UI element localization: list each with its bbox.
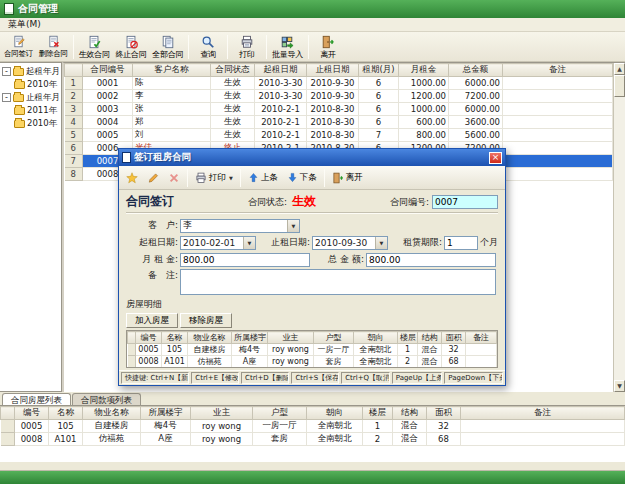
contract-status-group: 合同状态: 生效 xyxy=(248,193,316,210)
tree-node-rent-start-year[interactable]: - 起租年月 xyxy=(0,65,61,78)
total-amount-field[interactable] xyxy=(366,253,496,267)
column-header[interactable]: 客户名称 xyxy=(133,64,211,77)
column-header[interactable]: 租期(月) xyxy=(359,64,399,77)
scrollbar-thumb[interactable] xyxy=(614,75,625,97)
table-row[interactable]: 0005105自建楼房梅4号roy wong一房一厅全南朝北1混合32 xyxy=(128,344,497,356)
dialog-houses-table: 编号 名称 物业名称 所属楼宇 业主 户型 朝向 楼层 结构 面积 备注 000… xyxy=(127,331,497,368)
start-date-select[interactable]: 2010-02-01 ▼ xyxy=(180,236,256,250)
table-row[interactable]: 50005刘生效2010-2-12010-8-307800.005600.00 xyxy=(65,129,613,142)
column-header[interactable]: 编号 xyxy=(15,407,49,420)
all-contracts-button[interactable]: 全部合同 xyxy=(149,33,186,61)
dialog-close-button[interactable]: × xyxy=(489,152,502,164)
dialog-delete-button[interactable] xyxy=(164,168,184,188)
column-header[interactable]: 朝向 xyxy=(354,332,398,344)
column-header[interactable]: 名称 xyxy=(49,407,83,420)
column-header[interactable]: 备注 xyxy=(503,64,613,77)
main-toolbar: 合同签订 删除合同 生效合同 终止合同 全部合同 查询 打印 xyxy=(0,32,625,62)
column-header[interactable]: 业主 xyxy=(191,407,253,420)
column-header[interactable]: 结构 xyxy=(393,407,427,420)
column-header[interactable]: 合同编号 xyxy=(83,64,133,77)
customer-select[interactable]: 李 ▼ xyxy=(180,219,300,233)
scrollbar-track[interactable] xyxy=(614,75,625,380)
column-header[interactable]: 总金额 xyxy=(449,64,503,77)
table-row[interactable]: 30003张生效2010-2-12010-8-3061000.006000.00 xyxy=(65,103,613,116)
column-header[interactable]: 备注 xyxy=(461,407,625,420)
column-header[interactable]: 月租金 xyxy=(399,64,449,77)
terminated-contracts-button[interactable]: 终止合同 xyxy=(112,33,149,61)
delete-contract-button[interactable]: 删除合同 xyxy=(36,33,71,61)
toolbar-separator xyxy=(308,35,309,59)
add-house-button[interactable]: 加入房屋 xyxy=(126,313,178,328)
toolbar-separator xyxy=(240,169,241,187)
column-header[interactable]: 所属楼宇 xyxy=(141,407,191,420)
column-header[interactable]: 物业名称 xyxy=(188,332,232,344)
dialog-print-button[interactable]: 打印 ▼ xyxy=(191,168,237,188)
column-header[interactable]: 合同状态 xyxy=(211,64,255,77)
collapse-icon[interactable]: - xyxy=(2,93,11,102)
column-header[interactable]: 户型 xyxy=(314,332,354,344)
menubar: 菜单(M) xyxy=(0,18,625,32)
dialog-new-button[interactable] xyxy=(122,168,142,188)
column-header[interactable]: 备注 xyxy=(466,332,497,344)
exit-button[interactable]: 离开 xyxy=(311,33,345,61)
monthly-rent-field[interactable] xyxy=(180,253,310,267)
toolbar-separator xyxy=(227,35,228,59)
column-header[interactable]: 所属楼宇 xyxy=(232,332,268,344)
batch-import-icon xyxy=(280,35,294,49)
column-header[interactable]: 楼层 xyxy=(398,332,418,344)
chevron-down-icon[interactable]: ▼ xyxy=(243,237,255,249)
note-field[interactable] xyxy=(180,269,496,295)
table-row[interactable]: 10001陈生效2010-3-302010-9-3061000.006000.0… xyxy=(65,77,613,90)
dialog-toolbar: 打印 ▼ 上条 下条 离开 xyxy=(119,166,505,190)
all-contracts-icon xyxy=(161,35,175,49)
end-date-select[interactable]: 2010-09-30 ▼ xyxy=(312,236,388,250)
tree-node-year-2011-end[interactable]: 2011年 xyxy=(0,104,61,117)
column-header[interactable]: 结构 xyxy=(418,332,442,344)
term-field[interactable] xyxy=(444,236,478,250)
dialog-prev-button[interactable]: 上条 xyxy=(244,168,282,188)
column-header[interactable]: 户型 xyxy=(253,407,307,420)
query-button[interactable]: 查询 xyxy=(191,33,225,61)
tab-contract-houses[interactable]: 合同房屋列表 xyxy=(2,393,71,405)
table-row[interactable]: 40004郑生效2010-2-12010-8-306600.003600.00 xyxy=(65,116,613,129)
dialog-edit-button[interactable] xyxy=(143,168,163,188)
contract-houses-panel: 编号 名称 物业名称 所属楼宇 业主 户型 朝向 楼层 结构 面积 备注 000… xyxy=(0,405,625,462)
vertical-scrollbar[interactable]: ▲ ▼ xyxy=(613,63,625,392)
column-header[interactable]: 业主 xyxy=(268,332,314,344)
table-row[interactable]: 0008A101仿福苑A座roy wong套房全南朝北2混合68 xyxy=(128,356,497,368)
column-header[interactable]: 止租日期 xyxy=(307,64,359,77)
menu-item-main[interactable]: 菜单(M) xyxy=(4,18,45,31)
chevron-down-icon[interactable]: ▼ xyxy=(287,220,299,232)
chevron-down-icon[interactable]: ▼ xyxy=(375,237,387,249)
column-header[interactable]: 朝向 xyxy=(307,407,363,420)
remove-house-button[interactable]: 移除房屋 xyxy=(180,313,232,328)
dialog-exit-button[interactable]: 离开 xyxy=(328,168,367,188)
tree-node-year-2010-start[interactable]: 2010年 xyxy=(0,78,61,91)
table-row[interactable]: 0008A101仿福苑A座roy wong套房全南朝北2混合68 xyxy=(1,433,625,446)
active-contracts-button[interactable]: 生效合同 xyxy=(76,33,113,61)
tree-node-rent-end-year[interactable]: - 止租年月 xyxy=(0,91,61,104)
batch-import-button[interactable]: 批量导入 xyxy=(269,33,306,61)
tree-node-year-2010-end[interactable]: 2010年 xyxy=(0,117,61,130)
dialog-titlebar[interactable]: 签订租房合同 × xyxy=(119,149,505,166)
column-header[interactable]: 面积 xyxy=(427,407,461,420)
table-row[interactable]: 20002李生效2010-3-302010-9-3061200.007200.0… xyxy=(65,90,613,103)
column-header[interactable]: 起租日期 xyxy=(255,64,307,77)
shortcut-hint: Ctrl+D【删除】 xyxy=(241,372,289,384)
dialog-next-button[interactable]: 下条 xyxy=(283,168,321,188)
chevron-down-icon[interactable]: ▼ xyxy=(229,175,233,181)
column-header[interactable]: 面积 xyxy=(442,332,466,344)
collapse-icon[interactable]: - xyxy=(2,67,11,76)
tab-contract-payments[interactable]: 合同款项列表 xyxy=(72,393,141,405)
contract-houses-table: 编号 名称 物业名称 所属楼宇 业主 户型 朝向 楼层 结构 面积 备注 000… xyxy=(0,406,625,446)
scroll-down-icon[interactable]: ▼ xyxy=(614,380,625,392)
column-header[interactable]: 编号 xyxy=(136,332,162,344)
column-header[interactable]: 名称 xyxy=(162,332,188,344)
column-header[interactable]: 物业名称 xyxy=(83,407,141,420)
column-header[interactable]: 楼层 xyxy=(363,407,393,420)
table-row[interactable]: 0005105自建楼房梅4号roy wong一房一厅全南朝北1混合32 xyxy=(1,420,625,433)
contract-number-field[interactable] xyxy=(432,195,498,209)
print-button[interactable]: 打印 xyxy=(230,33,264,61)
scroll-up-icon[interactable]: ▲ xyxy=(614,63,625,75)
sign-contract-button[interactable]: 合同签订 xyxy=(1,33,36,61)
